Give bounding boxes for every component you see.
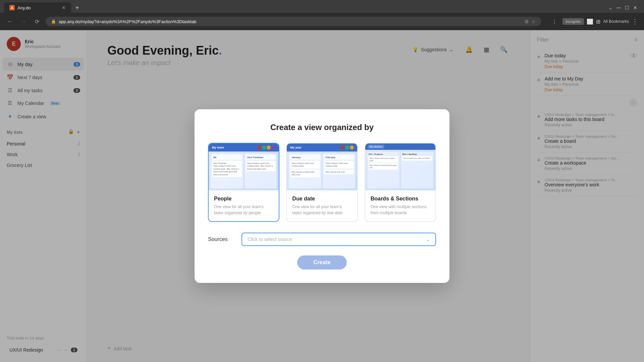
modal-overlay: Create a view organized by My team: [0, 30, 644, 362]
address-bar[interactable]: 🔒 app.any.do/myday?d=anydo%3A%2F%2Fanydo…: [46, 17, 541, 26]
create-button[interactable]: Create: [297, 255, 347, 269]
sources-label: Sources: [208, 236, 235, 242]
address-text: app.any.do/myday?d=anydo%3A%2F%2Fanydo%3…: [59, 19, 522, 24]
view-option-people-desc: One view for all your team's tasks organ…: [214, 204, 273, 216]
sources-chevron-icon: ⌄: [426, 237, 430, 242]
view-option-due-date[interactable]: My year January Start a blog to reach yo…: [286, 143, 358, 222]
more-options-button[interactable]: ⋮: [632, 17, 639, 25]
profile-button[interactable]: Incognito: [562, 18, 584, 25]
view-option-boards-sections-desc: One view with multiple sections from mul…: [371, 204, 430, 216]
all-bookmarks-label: All Bookmarks: [603, 19, 629, 24]
tab-list-icon[interactable]: ⌄: [608, 5, 612, 10]
lock-icon: 🔒: [51, 19, 56, 24]
minimize-button[interactable]: ─: [616, 5, 621, 11]
camera-off-icon: ⊘: [525, 19, 529, 24]
refresh-button[interactable]: ⟳: [32, 17, 42, 26]
close-window-button[interactable]: ✕: [633, 5, 637, 10]
view-option-people-title: People: [214, 196, 273, 202]
modal: Create a view organized by My team: [195, 109, 449, 283]
new-tab-button[interactable]: +: [72, 3, 82, 12]
extensions-button[interactable]: ⋮: [549, 16, 560, 27]
tab-label: Any.do: [17, 5, 31, 10]
cast-button[interactable]: ⬜: [587, 18, 593, 25]
view-option-due-date-desc: One view for all your team's tasks organ…: [292, 204, 352, 216]
star-icon[interactable]: ☆: [531, 19, 536, 24]
active-tab[interactable]: A Any.do ✕: [4, 2, 71, 13]
modal-title: Create a view organized by: [208, 123, 436, 132]
back-button[interactable]: ←: [5, 17, 15, 26]
view-option-boards-sections[interactable]: My sections iOS > Progress Start a blog …: [365, 143, 436, 222]
browser-chrome: A Any.do ✕ + ⌄ ─ ☐ ✕ ← → ⟳ 🔒 app.any.do/…: [0, 0, 644, 30]
bookmarks-button[interactable]: ⊞: [596, 18, 600, 25]
sources-dropdown[interactable]: Click to select source ⌄: [241, 233, 436, 246]
tab-favicon: A: [9, 5, 15, 10]
maximize-button[interactable]: ☐: [625, 5, 629, 10]
tab-close-icon[interactable]: ✕: [62, 5, 66, 10]
sources-placeholder: Click to select source: [248, 237, 292, 242]
view-option-due-date-title: Due date: [292, 196, 352, 202]
view-option-people[interactable]: My team Me Alex FriedmanStart: [208, 143, 279, 222]
forward-button[interactable]: →: [19, 17, 28, 26]
view-option-boards-sections-title: Boards & Sections: [371, 196, 430, 202]
